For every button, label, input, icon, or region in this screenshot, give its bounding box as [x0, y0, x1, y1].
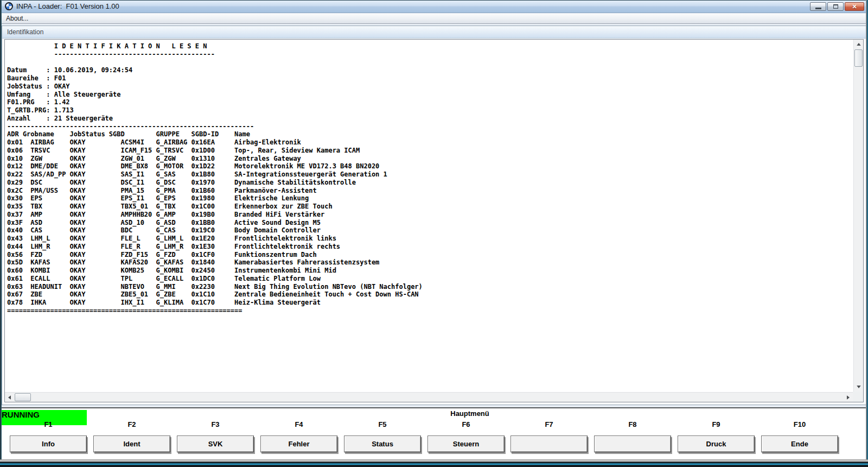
maximize-icon: [833, 4, 838, 9]
fkey-label-f7: F7: [522, 420, 576, 428]
arrow-left-icon: [7, 395, 12, 400]
horizontal-scrollbar-thumb[interactable]: [15, 393, 31, 401]
report-text: I D E N T I F I K A T I O N L E S E N --…: [5, 40, 853, 392]
scroll-left-button[interactable]: [5, 393, 14, 402]
function-key-area: RUNNING Hauptmenü F1InfoF2IdentF3SVKF4Fe…: [0, 407, 868, 459]
identification-panel: Identifikation I D E N T I F I K A T I O…: [2, 26, 866, 405]
fkey-button-f7[interactable]: [510, 436, 588, 452]
report-area: I D E N T I F I K A T I O N L E S E N --…: [4, 39, 864, 402]
fkey-label-f1: F1: [21, 420, 75, 428]
panel-caption: Identifikation: [2, 26, 866, 39]
scroll-down-button[interactable]: [854, 382, 864, 392]
fkey-button-f10[interactable]: Ende: [761, 436, 838, 452]
fkey-button-f2[interactable]: Ident: [93, 436, 170, 452]
bmw-roundel-icon: [5, 2, 13, 10]
minimize-button[interactable]: [810, 2, 826, 11]
fkey-label-f9: F9: [689, 420, 743, 428]
vertical-scrollbar[interactable]: [853, 40, 863, 392]
close-button[interactable]: ✕: [845, 2, 864, 11]
fkey-label-f8: F8: [605, 420, 660, 428]
title-bar: INPA - Loader: F01 Version 1.00 ✕: [0, 0, 868, 13]
fkey-button-f5[interactable]: Status: [344, 436, 421, 452]
arrow-up-icon: [857, 42, 861, 47]
fkey-label-f10: F10: [773, 420, 827, 428]
menu-bar: About...: [0, 14, 868, 24]
fkey-label-f3: F3: [188, 420, 242, 428]
vertical-scrollbar-thumb[interactable]: [854, 49, 863, 67]
window-controls: ✕: [810, 2, 864, 11]
scroll-right-button[interactable]: [844, 393, 853, 402]
fkey-label-f4: F4: [272, 420, 326, 428]
inpa-window: INPA - Loader: F01 Version 1.00 ✕ About.…: [0, 0, 868, 467]
fkey-label-f2: F2: [105, 420, 159, 428]
window-border-bottom: [0, 459, 868, 467]
fkey-button-f6[interactable]: Steuern: [427, 436, 505, 452]
scrollbar-corner: [853, 392, 863, 402]
fkey-button-f1[interactable]: Info: [10, 436, 87, 452]
horizontal-scrollbar[interactable]: [5, 392, 853, 402]
fkey-button-f4[interactable]: Fehler: [260, 436, 337, 452]
fkey-button-f8[interactable]: [594, 436, 671, 452]
scroll-up-button[interactable]: [854, 40, 864, 49]
fkey-button-f3[interactable]: SVK: [177, 436, 254, 452]
arrow-right-icon: [846, 395, 851, 400]
close-icon: ✕: [852, 4, 857, 10]
main-menu-label: Hauptmenü: [450, 409, 489, 418]
minimize-icon: [815, 8, 821, 9]
menu-item-about[interactable]: About...: [0, 15, 33, 22]
maximize-button[interactable]: [827, 2, 844, 11]
fkey-label-f5: F5: [355, 420, 410, 428]
window-title: INPA - Loader: F01 Version 1.00: [16, 2, 119, 10]
fkey-button-f9[interactable]: Druck: [678, 436, 755, 452]
arrow-down-icon: [857, 384, 861, 389]
fkey-label-f6: F6: [439, 420, 493, 428]
